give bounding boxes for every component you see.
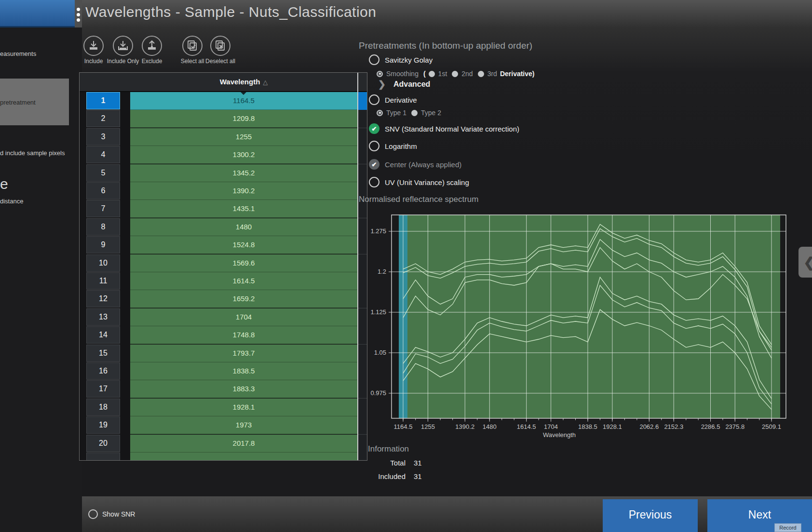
wavelength-value-cell[interactable]: 1345.2 <box>130 164 357 182</box>
wavelength-value-cell[interactable]: 1300.2 <box>130 146 357 164</box>
show-snr-option[interactable]: Show SNR <box>88 509 135 519</box>
row-number-cell[interactable]: 3 <box>86 128 120 146</box>
row-number-cell[interactable]: 17 <box>86 380 120 398</box>
table-row[interactable]: 101569.6 <box>80 254 367 273</box>
wavelength-value-cell[interactable]: 1928.1 <box>130 399 357 416</box>
wavelength-value-cell[interactable]: 1704 <box>130 308 357 326</box>
row-number-cell[interactable]: 16 <box>86 362 120 380</box>
page-title: Wavelengths - Sample - Nuts_Classificati… <box>85 4 376 20</box>
previous-button[interactable]: Previous <box>603 499 698 532</box>
row-number-cell[interactable]: 9 <box>86 236 120 253</box>
table-row[interactable]: 161838.5 <box>80 362 367 381</box>
reflectance-spectrum-chart[interactable]: 1.2751.21.1251.050.9751164.512551390.214… <box>357 204 812 441</box>
exclude-button[interactable]: Exclude <box>134 36 170 65</box>
table-row[interactable]: 131704 <box>80 308 367 327</box>
row-number-cell[interactable]: 1 <box>86 92 120 109</box>
advanced-expander[interactable]: ❯ Advanced <box>378 79 430 90</box>
row-number-cell[interactable]: 15 <box>86 345 120 362</box>
row-filler-cell <box>358 452 367 461</box>
table-row[interactable]: 61390.2 <box>80 182 367 200</box>
table-row[interactable]: 111614.5 <box>80 272 367 291</box>
savitzky-golay-radio[interactable] <box>369 54 379 65</box>
sidebar-item-pretreatment-active[interactable]: pretreatment <box>0 79 69 125</box>
snv-option[interactable]: ✔ SNV (Standard Normal Variate correctio… <box>369 123 519 134</box>
wavelength-value-cell[interactable]: 1480 <box>130 218 357 236</box>
row-number-cell[interactable]: 11 <box>86 272 120 290</box>
uv-scaling-radio[interactable] <box>369 177 379 187</box>
row-number-cell[interactable] <box>86 452 120 461</box>
smoothing-radio[interactable] <box>377 71 383 77</box>
table-row[interactable]: 51345.2 <box>80 164 367 183</box>
table-row[interactable]: 191973 <box>80 416 367 435</box>
wavelength-value-cell[interactable]: 1659.2 <box>130 290 357 308</box>
wavelength-table: Wavelength△ 11164.521209.83125541300.251… <box>79 72 367 461</box>
svg-text:1255: 1255 <box>421 423 435 430</box>
show-snr-radio[interactable] <box>88 509 98 519</box>
type-2-radio[interactable] <box>411 110 418 116</box>
derivative-3rd-radio[interactable] <box>478 71 484 77</box>
row-number-cell[interactable]: 6 <box>86 182 120 200</box>
table-row[interactable]: 11164.5 <box>80 92 367 110</box>
table-row[interactable]: 202017.8 <box>80 435 367 453</box>
table-row-partial[interactable] <box>80 452 367 461</box>
total-value: 31 <box>414 459 422 467</box>
wavelength-value-cell[interactable]: 1569.6 <box>130 254 357 272</box>
sidebar-item-measurements[interactable]: easurements <box>0 50 36 57</box>
logarithm-option[interactable]: Logarithm <box>369 141 417 151</box>
row-number-cell[interactable]: 4 <box>86 146 120 163</box>
svg-text:1.125: 1.125 <box>370 308 386 316</box>
row-number-cell[interactable]: 5 <box>86 164 120 182</box>
wavelength-value-cell[interactable]: 1883.3 <box>130 380 357 398</box>
wavelength-value-cell[interactable]: 1435.1 <box>130 200 357 218</box>
wavelength-value-cell[interactable]: 1390.2 <box>130 182 357 200</box>
table-row[interactable]: 121659.2 <box>80 290 367 308</box>
derivative-1st-radio[interactable] <box>429 71 435 77</box>
table-row[interactable]: 21209.8 <box>80 110 367 128</box>
table-row[interactable]: 171883.3 <box>80 380 367 399</box>
wavelength-value-cell[interactable]: 1614.5 <box>130 272 357 290</box>
uv-scaling-option[interactable]: UV (Unit Variance) scaling <box>369 177 469 187</box>
wavelength-column-header[interactable]: Wavelength△ <box>80 73 367 92</box>
derivative-2nd-radio[interactable] <box>452 71 458 77</box>
table-row[interactable]: 31255 <box>80 128 367 146</box>
table-row[interactable]: 91524.8 <box>80 236 367 254</box>
snv-checked-icon[interactable]: ✔ <box>369 123 379 134</box>
type-1-radio[interactable] <box>377 110 383 116</box>
sidebar-item-include-sample-pixels[interactable]: d include sample pixels <box>0 149 65 157</box>
derivative-option[interactable]: Derivative <box>369 94 417 105</box>
logarithm-radio[interactable] <box>369 141 379 151</box>
app-logo-corner[interactable] <box>0 0 75 27</box>
table-row[interactable]: 81480 <box>80 218 367 237</box>
splitter-handle[interactable] <box>75 0 82 27</box>
row-number-cell[interactable]: 13 <box>86 308 120 326</box>
wavelength-value-cell[interactable]: 1793.7 <box>130 345 357 362</box>
wavelength-value-cell[interactable]: 2017.8 <box>130 435 357 452</box>
table-row[interactable]: 41300.2 <box>80 146 367 164</box>
table-row[interactable]: 141748.8 <box>80 326 367 345</box>
collapse-panel-button[interactable]: ❮ <box>798 247 812 278</box>
table-row[interactable]: 151793.7 <box>80 345 367 363</box>
wavelength-value-cell[interactable]: 1255 <box>130 128 357 146</box>
row-strip-cell <box>121 272 130 290</box>
savitzky-golay-option[interactable]: Savitzky Golay <box>369 54 433 65</box>
row-number-cell[interactable]: 8 <box>86 218 120 236</box>
wavelength-value-cell[interactable]: 1838.5 <box>130 362 357 380</box>
row-number-cell[interactable]: 10 <box>86 254 120 272</box>
deselect-all-button[interactable]: Deselect all <box>202 36 239 65</box>
table-row[interactable]: 181928.1 <box>80 399 367 417</box>
wavelength-value-cell[interactable]: 1524.8 <box>130 236 357 254</box>
table-row[interactable]: 71435.1 <box>80 200 367 218</box>
row-number-cell[interactable]: 18 <box>86 399 120 416</box>
row-number-cell[interactable]: 7 <box>86 200 120 217</box>
sidebar-item-distance[interactable]: distance <box>0 198 23 205</box>
row-number-cell[interactable]: 14 <box>86 326 120 344</box>
wavelength-value-cell[interactable]: 1973 <box>130 416 357 434</box>
row-number-cell[interactable]: 20 <box>86 435 120 452</box>
wavelength-value-cell[interactable]: 1748.8 <box>130 326 357 344</box>
wavelength-value-cell[interactable]: 1209.8 <box>130 110 357 128</box>
row-number-cell[interactable]: 19 <box>86 416 120 434</box>
derivative-radio[interactable] <box>369 94 379 105</box>
row-number-cell[interactable]: 2 <box>86 110 120 127</box>
row-number-cell[interactable]: 12 <box>86 290 120 307</box>
wavelength-value-cell[interactable] <box>130 452 357 461</box>
